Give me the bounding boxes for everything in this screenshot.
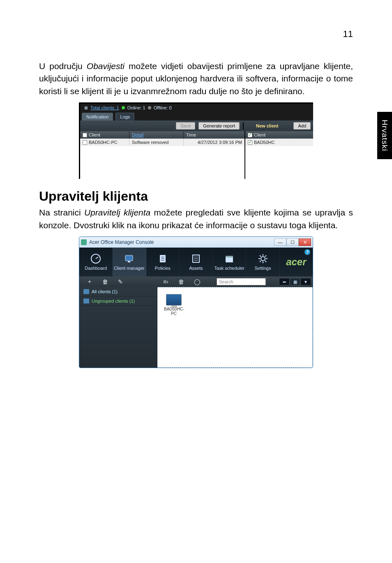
content-area: All clients (1) Ungrouped clients (1) BA… xyxy=(79,287,313,368)
screenshot-notifications: 🖥 Total clients: 1 Online: 1 Offline: 0 … xyxy=(79,102,313,179)
offline-count: Offline: 0 xyxy=(154,105,172,110)
svg-line-23 xyxy=(265,255,266,257)
side-language-label: Hrvatski xyxy=(380,120,389,151)
brand-text: acer xyxy=(286,256,306,268)
svg-line-21 xyxy=(265,261,266,262)
folder-icon xyxy=(83,289,89,294)
client-monitor-icon xyxy=(166,294,182,306)
row-client-2: BAD50HC xyxy=(254,140,275,145)
nav-dashboard[interactable]: Dashboard xyxy=(79,248,113,276)
app-icon xyxy=(81,239,87,245)
row-detail: Software removed xyxy=(129,139,184,146)
svg-rect-3 xyxy=(128,261,130,262)
side-language-tab: Hrvatski xyxy=(377,112,392,159)
main-nav: Dashboard Client manager Policies Assets… xyxy=(79,248,313,276)
nav-assets-label: Assets xyxy=(189,266,203,271)
svg-rect-2 xyxy=(125,255,133,261)
window-titlebar: Acer Office Manager Console — ☐ ✕ xyxy=(79,237,313,248)
nav-dashboard-label: Dashboard xyxy=(85,266,107,271)
back-view-button[interactable]: ⬅ xyxy=(279,278,290,285)
grid-view-button[interactable]: ▦ xyxy=(290,278,300,285)
new-client-label: New client xyxy=(256,123,278,128)
minimize-button[interactable]: — xyxy=(274,239,286,246)
total-clients-link[interactable]: Total clients: 1 xyxy=(90,105,119,110)
monitor-icon: 🖥 xyxy=(83,105,88,110)
gauge-icon xyxy=(90,253,101,264)
toolbar: ＋ 🗑 ✎ ≡› 🗑 ◯ Search ⬅ ▦ ▼ xyxy=(79,276,313,287)
brand-logo: acer ? xyxy=(280,248,313,276)
page-number: 11 xyxy=(39,29,353,39)
sidebar: All clients (1) Ungrouped clients (1) xyxy=(79,287,157,368)
online-dot-icon xyxy=(122,106,125,109)
sidebar-ungrouped-label: Ungrouped clients (1) xyxy=(92,299,135,304)
nav-task-scheduler-label: Task scheduler xyxy=(214,266,244,271)
sidebar-item-all-clients[interactable]: All clients (1) xyxy=(79,287,157,297)
nav-policies[interactable]: Policies xyxy=(146,248,180,276)
nav-assets[interactable]: Assets xyxy=(180,248,213,276)
status-bar: 🖥 Total clients: 1 Online: 1 Offline: 0 xyxy=(80,104,313,111)
offline-dot-icon xyxy=(148,106,151,109)
tab-notification[interactable]: Notification xyxy=(82,113,113,120)
online-count: Online: 1 xyxy=(127,105,145,110)
screenshot-client-manager: Acer Office Manager Console — ☐ ✕ Dashbo… xyxy=(79,236,313,368)
paragraph-2: Na stranici Upravitelj klijenta možete p… xyxy=(39,206,353,232)
tab-logs[interactable]: Logs xyxy=(115,113,134,120)
nav-client-manager[interactable]: Client manager xyxy=(113,248,146,276)
header-checkbox[interactable] xyxy=(83,133,87,137)
p1-italic: Obavijesti xyxy=(87,61,125,71)
p2-italic: Upravitelj klijenta xyxy=(84,208,150,217)
client-grid: BAD50HC-PC xyxy=(157,287,313,368)
p2-pre: Na stranici xyxy=(39,208,84,217)
add-icon[interactable]: ＋ xyxy=(87,278,92,285)
client-label: BAD50HC-PC xyxy=(164,307,184,316)
save-button[interactable]: Save xyxy=(176,122,195,130)
row-checkbox-2[interactable] xyxy=(248,140,252,145)
paragraph-1: U području Obavijesti možete vidjeti oba… xyxy=(39,60,353,97)
assets-icon xyxy=(191,253,201,264)
nav-client-manager-label: Client manager xyxy=(114,266,145,271)
dropdown-view-button[interactable]: ▼ xyxy=(300,278,311,285)
refresh-icon[interactable]: ◯ xyxy=(194,278,201,285)
header-client-2: Client xyxy=(254,132,265,137)
client-item[interactable]: BAD50HC-PC xyxy=(164,294,184,316)
close-button[interactable]: ✕ xyxy=(299,239,311,246)
section-heading: Upravitelj klijenta xyxy=(39,189,353,204)
svg-rect-13 xyxy=(226,256,233,257)
row-client: BAD50HC-PC xyxy=(89,140,118,145)
nav-settings[interactable]: Settings xyxy=(246,248,279,276)
delete2-icon[interactable]: 🗑 xyxy=(178,278,184,285)
nav-task-scheduler[interactable]: Task scheduler xyxy=(213,248,246,276)
notification-tabs: Notification Logs xyxy=(80,111,313,120)
header-client: Client xyxy=(89,132,100,137)
nav-policies-label: Policies xyxy=(155,266,171,271)
nav-settings-label: Settings xyxy=(255,266,271,271)
maximize-button[interactable]: ☐ xyxy=(286,239,299,246)
list-icon[interactable]: ≡› xyxy=(163,278,168,285)
edit-icon[interactable]: ✎ xyxy=(118,278,123,285)
header-detail[interactable]: Detail xyxy=(129,131,184,139)
row-time: 4/27/2012 3:09:16 PM xyxy=(184,139,245,146)
action-bar: Save Generate report New client Add xyxy=(80,120,313,131)
header-checkbox-2[interactable] xyxy=(248,133,252,137)
search-input[interactable]: Search xyxy=(217,278,266,285)
gear-icon xyxy=(258,253,268,264)
add-button[interactable]: Add xyxy=(293,122,311,130)
empty-area xyxy=(80,146,313,179)
row-checkbox[interactable] xyxy=(83,140,87,145)
delete-icon[interactable]: 🗑 xyxy=(102,278,108,285)
svg-line-20 xyxy=(260,255,261,257)
calendar-icon xyxy=(224,253,235,264)
table-row[interactable]: BAD50HC-PC Software removed 4/27/2012 3:… xyxy=(80,139,313,146)
folder-icon xyxy=(83,299,89,304)
monitor-icon xyxy=(124,253,134,264)
p1-pre: U području xyxy=(39,61,87,71)
svg-point-15 xyxy=(261,257,265,261)
generate-report-button[interactable]: Generate report xyxy=(198,122,240,130)
table-header: Client Detail Time Client xyxy=(80,131,313,139)
svg-line-22 xyxy=(260,261,261,262)
search-placeholder: Search xyxy=(219,279,233,284)
svg-line-1 xyxy=(96,257,98,259)
header-time: Time xyxy=(184,131,245,139)
help-icon[interactable]: ? xyxy=(304,249,310,255)
sidebar-item-ungrouped[interactable]: Ungrouped clients (1) xyxy=(79,297,157,306)
